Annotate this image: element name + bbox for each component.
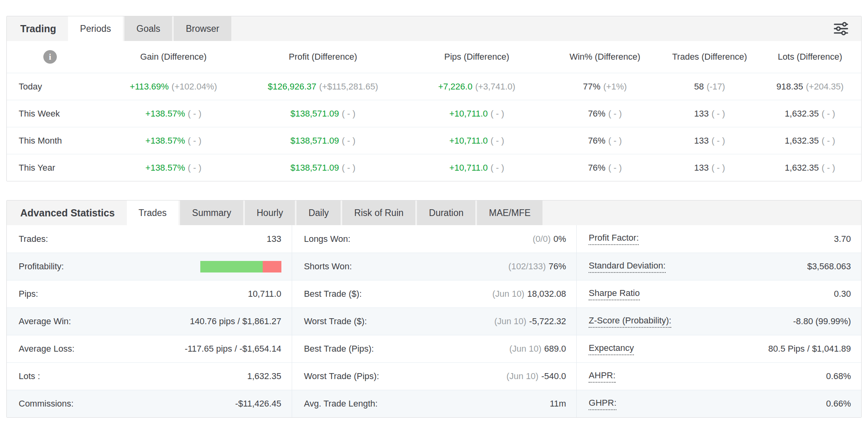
- lots-diff: ( - ): [822, 136, 835, 146]
- win-value: 76%: [588, 136, 605, 146]
- stat-label-tooltip[interactable]: AHPR:: [589, 370, 615, 383]
- stat-label: Trades:: [19, 234, 48, 244]
- stat-label: Profitability:: [19, 261, 64, 272]
- stat-row-lots: Lots : 1,632.35: [7, 362, 292, 390]
- gain-diff: (+102.04%): [172, 82, 217, 91]
- stats-column-2: Longs Won: (0/0)0% Shorts Won: (102/133)…: [292, 225, 577, 417]
- gain-diff: ( - ): [188, 163, 202, 173]
- tab-mae-mfe[interactable]: MAE/MFE: [477, 200, 542, 225]
- stat-value-date: (Jun 10): [492, 289, 525, 299]
- stat-value: 0%: [554, 234, 566, 244]
- stat-value: 76%: [548, 261, 566, 271]
- tab-browser[interactable]: Browser: [174, 16, 231, 41]
- stat-row-profitability: Profitability:: [7, 253, 292, 280]
- tab-daily[interactable]: Daily: [296, 200, 341, 225]
- profit-value: $126,926.37: [268, 82, 316, 91]
- column-header-lots: Lots (Difference): [759, 52, 861, 62]
- trades-diff: ( - ): [711, 163, 725, 173]
- table-row-this-week: This Week +138.57%( - ) $138,571.09( - )…: [7, 100, 861, 127]
- trades-diff: ( - ): [711, 109, 725, 119]
- stat-row-shorts-won: Shorts Won: (102/133)76%: [292, 253, 577, 280]
- tab-trades[interactable]: Trades: [127, 200, 179, 229]
- pips-value: +10,711.0: [449, 163, 488, 173]
- stat-label: Average Win:: [19, 316, 71, 327]
- win-value: 77%: [583, 82, 601, 91]
- stat-row-average-loss: Average Loss: -117.65 pips / -$1,654.14: [7, 335, 292, 362]
- stat-value: 0.68%: [826, 371, 851, 381]
- column-header-profit: Profit (Difference): [242, 52, 404, 62]
- table-row-this-year: This Year +138.57%( - ) $138,571.09( - )…: [7, 154, 861, 181]
- table-row-this-month: This Month +138.57%( - ) $138,571.09( - …: [7, 127, 861, 154]
- lots-value: 1,632.35: [785, 109, 819, 119]
- stat-row-best-trade-usd: Best Trade ($): (Jun 10)18,032.08: [292, 280, 577, 307]
- lots-value: 918.35: [776, 82, 803, 91]
- statistics-tabbar: Advanced Statistics Trades Summary Hourl…: [7, 200, 861, 225]
- stat-row-ghpr: GHPR: 0.66%: [577, 390, 861, 417]
- info-icon[interactable]: i: [43, 50, 57, 64]
- periods-table-header: i Gain (Difference) Profit (Difference) …: [7, 41, 861, 73]
- pips-value: +10,711.0: [449, 109, 488, 119]
- statistics-grid: Trades: 133 Profitability: Pips: 10,711.…: [7, 225, 861, 417]
- stat-row-expectancy: Expectancy 80.5 Pips / $1,041.89: [577, 335, 861, 362]
- pips-diff: ( - ): [490, 109, 504, 119]
- stat-value: 10,711.0: [248, 289, 281, 299]
- stats-column-3: Profit Factor: 3.70 Standard Deviation: …: [576, 225, 861, 417]
- tab-risk-of-ruin[interactable]: Risk of Ruin: [342, 200, 415, 225]
- stat-label-tooltip[interactable]: Expectancy: [589, 343, 634, 355]
- stat-row-ahpr: AHPR: 0.68%: [577, 362, 861, 390]
- stat-value: 18,032.08: [527, 289, 566, 299]
- stat-label-tooltip[interactable]: Standard Deviation:: [589, 261, 665, 273]
- tab-goals[interactable]: Goals: [124, 16, 172, 41]
- stat-label: Worst Trade ($):: [304, 316, 367, 327]
- stat-value: 133: [267, 234, 281, 244]
- stat-label: Commissions:: [19, 399, 74, 409]
- stat-row-worst-trade-pips: Worst Trade (Pips): (Jun 10)-540.0: [292, 362, 577, 390]
- stat-value: -8.80 (99.99%): [793, 316, 851, 327]
- filter-settings-icon[interactable]: [832, 19, 850, 38]
- tab-summary[interactable]: Summary: [180, 200, 243, 225]
- trades-value: 133: [694, 163, 709, 173]
- stat-value: 1,632.35: [247, 371, 281, 381]
- stat-row-best-trade-pips: Best Trade (Pips): (Jun 10)689.0: [292, 335, 577, 362]
- stat-value: 0.66%: [826, 399, 851, 409]
- stat-label-tooltip[interactable]: Profit Factor:: [589, 233, 639, 245]
- stat-value: 11m: [550, 399, 566, 409]
- gain-value: +138.57%: [145, 163, 185, 173]
- trading-panel: Trading Periods Goals Browser i Gain (Di…: [6, 16, 862, 181]
- period-label: This Month: [7, 136, 105, 146]
- lots-value: 1,632.35: [785, 163, 819, 173]
- profitability-bar: [200, 261, 281, 272]
- win-diff: ( - ): [608, 136, 622, 146]
- table-row-today: Today +113.69%(+102.04%) $126,926.37(+$1…: [7, 73, 861, 100]
- stat-value-detail: (102/133): [508, 261, 546, 271]
- pips-diff: (+3,741.0): [475, 82, 515, 91]
- stat-label-tooltip[interactable]: GHPR:: [589, 398, 616, 410]
- stat-value: 3.70: [834, 234, 851, 244]
- stat-row-profit-factor: Profit Factor: 3.70: [577, 225, 861, 253]
- lots-diff: ( - ): [822, 109, 835, 119]
- trades-diff: ( - ): [711, 136, 725, 146]
- stat-row-worst-trade-usd: Worst Trade ($): (Jun 10)-5,722.32: [292, 307, 577, 335]
- trading-panel-title: Trading: [7, 16, 68, 41]
- trading-tabbar: Trading Periods Goals Browser: [7, 16, 861, 41]
- trades-value: 58: [694, 82, 703, 91]
- stat-value: -5,722.32: [529, 316, 566, 326]
- profit-diff: ( - ): [342, 163, 355, 173]
- tab-hourly[interactable]: Hourly: [245, 200, 295, 225]
- win-diff: ( - ): [608, 163, 622, 173]
- tab-duration[interactable]: Duration: [417, 200, 475, 225]
- stat-value: -540.0: [541, 371, 566, 381]
- stat-row-trades: Trades: 133: [7, 225, 292, 253]
- stat-label-tooltip[interactable]: Sharpe Ratio: [589, 288, 639, 300]
- lots-diff: ( - ): [822, 163, 835, 173]
- win-value: 76%: [588, 109, 605, 119]
- profit-value: $138,571.09: [291, 163, 339, 173]
- stat-label: Shorts Won:: [304, 261, 352, 272]
- lots-value: 1,632.35: [785, 136, 819, 146]
- profit-diff: ( - ): [342, 109, 355, 119]
- stat-value: 80.5 Pips / $1,041.89: [768, 344, 851, 354]
- stat-label: Pips:: [19, 289, 38, 299]
- stat-label-tooltip[interactable]: Z-Score (Probability):: [589, 315, 671, 328]
- tab-periods[interactable]: Periods: [68, 16, 123, 45]
- stat-row-sharpe-ratio: Sharpe Ratio 0.30: [577, 280, 861, 307]
